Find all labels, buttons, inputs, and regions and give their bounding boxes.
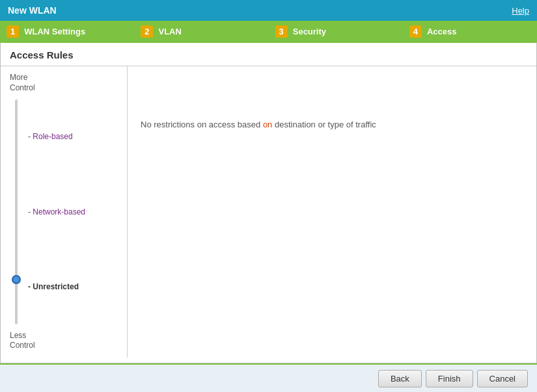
slider-track-wrap[interactable] <box>10 99 23 324</box>
tab-vlan[interactable]: 2 VLAN <box>134 21 268 42</box>
help-link[interactable]: Help <box>512 6 529 16</box>
slider-option-network-based[interactable]: - Network-based <box>28 204 118 220</box>
tab-number-2: 2 <box>141 25 153 38</box>
access-rules-body: MoreControl - Role-based - Network-based… <box>1 66 536 358</box>
tab-label-vlan: VLAN <box>158 27 181 36</box>
section-header: Access Rules <box>1 43 536 66</box>
slider-thumb[interactable] <box>12 275 21 284</box>
tab-number-3: 3 <box>275 25 288 38</box>
tab-label-security: Security <box>293 27 326 36</box>
tab-number-1: 1 <box>7 25 19 38</box>
bottom-bar: Back Finish Cancel <box>0 363 537 392</box>
tab-access[interactable]: 4 Access <box>403 21 537 42</box>
slider-container: - Role-based - Network-based - Unrestric… <box>10 99 118 324</box>
title-bar: New WLAN Help <box>0 0 537 21</box>
app-wrapper: New WLAN Help 1 WLAN Settings 2 VLAN 3 S… <box>0 0 537 392</box>
tab-security[interactable]: 3 Security <box>269 21 403 42</box>
more-control-label: MoreControl <box>10 73 118 93</box>
cancel-button[interactable]: Cancel <box>477 370 528 387</box>
page-title: New WLAN <box>8 5 57 16</box>
tab-label-wlan: WLAN Settings <box>24 27 85 36</box>
less-control-label: LessControl <box>10 331 118 351</box>
tab-wlan-settings[interactable]: 1 WLAN Settings <box>0 21 134 42</box>
slider-option-unrestricted[interactable]: - Unrestricted <box>28 279 118 295</box>
left-panel: MoreControl - Role-based - Network-based… <box>1 66 128 358</box>
tab-label-access: Access <box>427 27 457 36</box>
finish-button[interactable]: Finish <box>426 370 473 387</box>
slider-options: - Role-based - Network-based - Unrestric… <box>28 99 118 324</box>
content-area: Access Rules MoreControl <box>0 42 537 363</box>
section-title: Access Rules <box>10 49 527 60</box>
tab-number-4: 4 <box>409 25 422 38</box>
page-section: Access Rules MoreControl <box>0 42 537 363</box>
back-button[interactable]: Back <box>378 370 422 387</box>
slider-track <box>15 99 18 324</box>
slider-option-role-based[interactable]: - Role-based <box>28 129 118 145</box>
highlight-on: on <box>263 120 272 129</box>
tabs-row: 1 WLAN Settings 2 VLAN 3 Security 4 Acce… <box>0 21 537 42</box>
description-text: No restrictions on access based on desti… <box>141 118 376 131</box>
right-panel: No restrictions on access based on desti… <box>128 66 536 358</box>
